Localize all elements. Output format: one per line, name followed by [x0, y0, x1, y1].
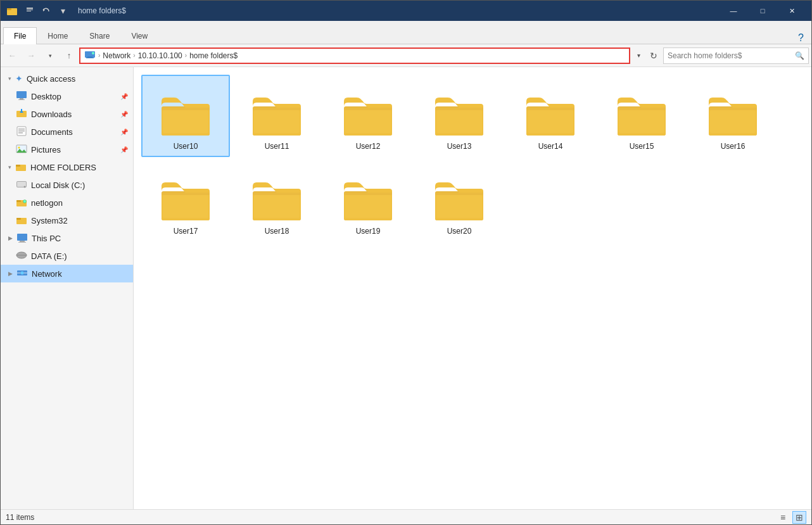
- up-button[interactable]: ↑: [60, 47, 78, 64]
- sep2: ›: [133, 52, 135, 59]
- sidebar-label-system32: System32: [31, 216, 128, 225]
- grid-view-button[interactable]: ⊞: [792, 511, 806, 524]
- network-icon: [16, 268, 28, 280]
- sidebar-item-pictures[interactable]: Pictures 📌: [1, 141, 133, 158]
- file-label: User17: [174, 227, 198, 236]
- sidebar-item-desktop[interactable]: Desktop 📌: [1, 87, 133, 105]
- explorer-window: ▾ home folders$ — □ ✕ File Home Share Vi…: [0, 0, 812, 525]
- address-bar[interactable]: › Network › 10.10.10.100 › home folders$: [79, 47, 630, 64]
- view-controls: ≡ ⊞: [776, 511, 806, 524]
- svg-point-6: [92, 52, 94, 54]
- folder-icon: [434, 94, 485, 139]
- chevron-icon: ▾: [8, 75, 11, 82]
- sidebar-item-documents[interactable]: Documents 📌: [1, 123, 133, 141]
- sidebar-item-data-e[interactable]: DATA (E:): [1, 247, 133, 265]
- minimize-button[interactable]: —: [719, 1, 748, 21]
- sidebar-label-data-e: DATA (E:): [31, 251, 128, 261]
- svg-rect-8: [20, 98, 23, 99]
- address-dropdown-button[interactable]: ▾: [633, 47, 644, 64]
- folder-icon: [343, 179, 393, 224]
- list-view-button[interactable]: ≡: [776, 511, 790, 524]
- tab-home[interactable]: Home: [37, 27, 79, 44]
- tab-view[interactable]: View: [120, 27, 158, 44]
- svg-rect-83: [436, 195, 482, 218]
- file-item[interactable]: User11: [232, 75, 321, 157]
- pictures-icon: [16, 144, 27, 156]
- sidebar-item-netlogon[interactable]: netlogon: [1, 194, 133, 212]
- svg-rect-58: [526, 108, 574, 110]
- data-e-icon: [16, 250, 27, 262]
- sidebar-item-this-pc[interactable]: ▶ This PC: [1, 229, 133, 247]
- sidebar-item-system32[interactable]: System32: [1, 212, 133, 229]
- file-label: User20: [447, 227, 472, 236]
- svg-rect-7: [16, 91, 27, 98]
- file-grid: User10 User11: [139, 72, 806, 244]
- svg-rect-42: [162, 108, 210, 110]
- chevron-right-icon: ▶: [8, 235, 13, 241]
- svg-rect-14: [18, 129, 25, 130]
- address-segment-ip[interactable]: 10.10.10.100: [138, 51, 182, 60]
- svg-rect-51: [345, 110, 391, 133]
- address-network-icon: [84, 49, 96, 62]
- file-item[interactable]: User16: [688, 75, 777, 157]
- svg-rect-47: [254, 110, 300, 133]
- forward-button[interactable]: →: [22, 47, 40, 64]
- sidebar-item-home-folders[interactable]: ▾ HOME FOLDERS: [1, 158, 133, 176]
- folder-icon: [525, 94, 576, 139]
- folder-icon: [616, 94, 667, 139]
- folder-icon: [707, 94, 758, 139]
- sidebar-label-desktop: Desktop: [31, 92, 117, 101]
- file-item[interactable]: User17: [141, 160, 230, 242]
- address-segment-network[interactable]: Network: [103, 51, 130, 60]
- close-button[interactable]: ✕: [777, 1, 806, 21]
- svg-point-37: [21, 271, 24, 274]
- svg-rect-12: [21, 109, 22, 112]
- file-item[interactable]: User18: [232, 160, 321, 242]
- sidebar-item-local-disk[interactable]: Local Disk (C:): [1, 176, 133, 194]
- search-icon[interactable]: 🔍: [795, 51, 804, 60]
- search-box[interactable]: 🔍: [663, 47, 809, 64]
- local-disk-icon: [16, 179, 27, 191]
- file-item[interactable]: User19: [324, 160, 412, 242]
- svg-rect-70: [162, 193, 210, 195]
- folder-icon: [343, 94, 393, 139]
- home-folders-icon: [15, 161, 27, 174]
- file-item[interactable]: User12: [324, 75, 412, 157]
- file-label: User15: [630, 142, 654, 151]
- qat-undo-button[interactable]: [39, 3, 54, 18]
- sidebar-label-downloads: Downloads: [31, 110, 117, 119]
- file-item[interactable]: User15: [597, 75, 686, 157]
- file-item[interactable]: User13: [415, 75, 504, 157]
- tab-file[interactable]: File: [3, 27, 37, 44]
- folder-icon: [251, 179, 302, 224]
- svg-rect-32: [18, 242, 26, 243]
- file-item[interactable]: User10: [141, 75, 230, 157]
- tab-share[interactable]: Share: [79, 27, 120, 44]
- back-button[interactable]: ←: [3, 47, 21, 64]
- sidebar-label-documents: Documents: [31, 127, 117, 137]
- file-label: User18: [265, 227, 289, 236]
- address-segment-folder[interactable]: home folders$: [189, 51, 238, 60]
- svg-rect-21: [16, 165, 20, 167]
- file-item[interactable]: User14: [506, 75, 595, 157]
- help-button[interactable]: ?: [793, 32, 809, 44]
- search-input[interactable]: [668, 51, 792, 60]
- maximize-button[interactable]: □: [748, 1, 777, 21]
- file-label: User14: [538, 142, 563, 151]
- recent-locations-button[interactable]: ▾: [41, 47, 59, 64]
- quick-access-toolbar: ▾: [6, 3, 70, 18]
- pin-icon-docs: 📌: [120, 129, 128, 136]
- svg-rect-29: [16, 218, 21, 220]
- qat-pin-button[interactable]: [22, 3, 37, 18]
- svg-rect-26: [16, 200, 21, 202]
- svg-rect-31: [20, 241, 25, 242]
- main-content: ▾ ✦ Quick access Desktop 📌 Downloads 📌: [1, 67, 811, 509]
- file-area: User10 User11: [134, 67, 811, 509]
- sidebar-item-quick-access[interactable]: ▾ ✦ Quick access: [1, 70, 133, 87]
- sidebar-item-downloads[interactable]: Downloads 📌: [1, 105, 133, 123]
- qat-dropdown-button[interactable]: ▾: [55, 3, 70, 18]
- pin-icon-pics: 📌: [120, 146, 128, 153]
- sidebar-item-network[interactable]: ▶ Network: [1, 265, 133, 282]
- refresh-button[interactable]: ↻: [645, 47, 662, 64]
- file-item[interactable]: User20: [415, 160, 504, 242]
